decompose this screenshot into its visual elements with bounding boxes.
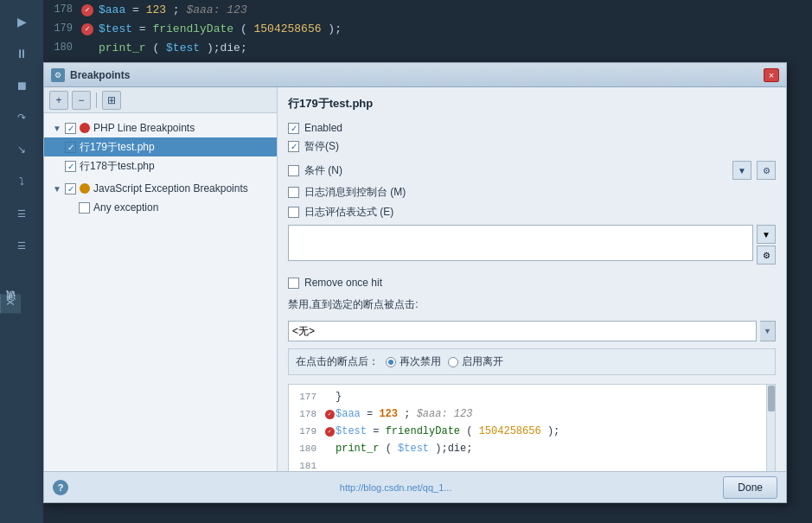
left-toolbar: + − ⊞ bbox=[44, 87, 277, 113]
remove-once-checkbox[interactable] bbox=[288, 277, 299, 289]
log-textarea-area: ▼ ⚙ bbox=[288, 225, 776, 265]
log-console-label: 日志消息到控制台 (M) bbox=[304, 185, 406, 200]
breakpoint-line-178[interactable]: ✓ 行178于test.php bbox=[44, 156, 277, 175]
preview-line-177: 177 } bbox=[292, 388, 771, 405]
radio-again-circle[interactable] bbox=[386, 357, 396, 367]
log-console-checkbox[interactable] bbox=[288, 187, 299, 198]
remove-breakpoint-button[interactable]: − bbox=[72, 91, 91, 110]
condition-row: 条件 (N) ▼ ⚙ bbox=[288, 161, 776, 180]
breakpoint-icon-178: ✓ bbox=[81, 4, 93, 16]
php-breakpoints-group: ▼ ✓ PHP Line Breakpoints ✓ 行179于test.php… bbox=[44, 117, 277, 177]
step-into-button[interactable]: ↘ bbox=[6, 137, 37, 163]
expand-icon: ▼ bbox=[51, 122, 63, 134]
preview-line-179: 179 ✓ $test = friendlyDate ( 1504258656 bbox=[292, 423, 771, 440]
log-eval-label: 日志评估表达式 (E) bbox=[304, 205, 393, 220]
preview-bp-179: ✓ bbox=[325, 427, 335, 437]
after-hit-label: 在点击的断点后： bbox=[296, 354, 379, 369]
disable-select-arrow: ▼ bbox=[760, 321, 776, 341]
remove-once-row: Remove once hit bbox=[288, 273, 776, 292]
bp-179-label: 行179于test.php bbox=[80, 140, 155, 155]
pause-button[interactable]: ⏸ bbox=[6, 41, 37, 67]
breakpoint-line-179[interactable]: ✓ 行179于test.php bbox=[44, 137, 277, 156]
disable-label: 禁用,直到选定的断点被点击: bbox=[288, 297, 776, 312]
footer-link: http://blog.csdn.net/qq_1... bbox=[340, 482, 452, 493]
log-config-btn[interactable]: ⚙ bbox=[757, 246, 776, 265]
js-bp-icon bbox=[80, 183, 90, 194]
log-textarea[interactable] bbox=[288, 225, 753, 261]
list-button-1[interactable]: ☰ bbox=[6, 201, 37, 226]
close-button[interactable]: × bbox=[764, 68, 779, 82]
preview-line-178: 178 ✓ $aaa = 123 ; $aaa: 123 bbox=[292, 405, 771, 423]
code-preview: 177 } 178 ✓ $aaa bbox=[288, 384, 776, 471]
bp-179-checkbox[interactable]: ✓ bbox=[65, 142, 76, 153]
any-exception-item[interactable]: Any exception bbox=[44, 198, 277, 217]
remove-once-label: Remove once hit bbox=[304, 277, 382, 289]
code-scrollbar[interactable] bbox=[766, 385, 775, 471]
disable-select[interactable]: <无> bbox=[288, 321, 757, 341]
step-out-button[interactable]: ⤵ bbox=[6, 169, 37, 195]
preview-line-180: 180 print_r ( $test );die; bbox=[292, 440, 771, 457]
after-hit-row: 在点击的断点后： 再次禁用 启用离开 bbox=[288, 348, 776, 375]
disable-select-row: <无> ▼ bbox=[288, 321, 776, 341]
suspend-checkbox[interactable]: ✓ bbox=[288, 141, 299, 152]
js-group-checkbox[interactable]: ✓ bbox=[65, 183, 76, 195]
editor-line-178: 178 ✓ $aaa = 123 ; $aaa: 123 bbox=[43, 0, 812, 19]
section-title: 行179于test.php bbox=[288, 96, 776, 112]
radio-enable-label: 启用离开 bbox=[462, 354, 503, 369]
step-over-button[interactable]: ↷ bbox=[6, 105, 37, 131]
php-group-checkbox[interactable]: ✓ bbox=[65, 123, 76, 134]
condition-label: 条件 (N) bbox=[304, 163, 342, 178]
help-button[interactable]: ? bbox=[53, 480, 68, 495]
any-exception-label: Any exception bbox=[93, 201, 158, 214]
condition-config-btn[interactable]: ⚙ bbox=[757, 161, 776, 180]
js-group-header[interactable]: ▼ ✓ JavaScript Exception Breakpoints bbox=[44, 179, 277, 198]
js-group-label: JavaScript Exception Breakpoints bbox=[93, 182, 248, 195]
suspend-label: 暂停(S) bbox=[304, 139, 339, 154]
php-group-label: PHP Line Breakpoints bbox=[93, 122, 195, 134]
editor-line-179: 179 ✓ $test = friendlyDate ( 1504258656 … bbox=[43, 19, 812, 38]
breakpoints-dialog: ⚙ Breakpoints × + − ⊞ ▼ ✓ PHP Line Brea bbox=[43, 62, 787, 503]
config-breakpoint-button[interactable]: ⊞ bbox=[102, 91, 121, 110]
breakpoint-icon-179: ✓ bbox=[81, 23, 93, 35]
preview-bp-178: ✓ bbox=[325, 410, 335, 419]
debug-tab[interactable]: 调试 X bbox=[0, 294, 21, 313]
bp-178-label: 行178于test.php bbox=[80, 159, 155, 174]
js-expand-icon: ▼ bbox=[51, 182, 63, 195]
ide-sidebar: ▶ ⏸ ⏹ ↷ ↘ ⤵ ☰ ☰ 调试 X bbox=[0, 0, 43, 523]
editor-line-180: 180 print_r ( $test );die; bbox=[43, 38, 812, 57]
enabled-row: ✓ Enabled bbox=[288, 122, 776, 134]
log-eval-row: 日志评估表达式 (E) bbox=[288, 205, 776, 220]
log-expand-btn[interactable]: ▼ bbox=[757, 225, 776, 244]
any-exception-checkbox[interactable] bbox=[79, 202, 90, 214]
list-button-2[interactable]: ☰ bbox=[6, 233, 37, 258]
condition-checkbox[interactable] bbox=[288, 165, 299, 176]
stop-button[interactable]: ⏹ bbox=[6, 73, 37, 99]
left-panel: + − ⊞ ▼ ✓ PHP Line Breakpoints ✓ 行17 bbox=[44, 87, 278, 471]
radio-again-label: 再次禁用 bbox=[400, 354, 441, 369]
right-panel: 行179于test.php ✓ Enabled ✓ 暂停(S) 条件 (N) ▼… bbox=[278, 87, 786, 471]
done-button[interactable]: Done bbox=[723, 476, 777, 499]
add-breakpoint-button[interactable]: + bbox=[49, 91, 68, 110]
radio-enable-circle[interactable] bbox=[448, 357, 458, 367]
suspend-row: ✓ 暂停(S) bbox=[288, 139, 776, 154]
bp-178-checkbox[interactable]: ✓ bbox=[65, 161, 76, 172]
dialog-titlebar: ⚙ Breakpoints × bbox=[44, 63, 786, 87]
log-eval-checkbox[interactable] bbox=[288, 207, 299, 218]
breakpoint-tree: ▼ ✓ PHP Line Breakpoints ✓ 行179于test.php… bbox=[44, 113, 277, 471]
radio-enable[interactable]: 启用离开 bbox=[448, 354, 503, 369]
dialog-title: Breakpoints bbox=[70, 69, 764, 81]
enabled-label: Enabled bbox=[304, 122, 342, 134]
log-console-row: 日志消息到控制台 (M) bbox=[288, 185, 776, 200]
dialog-icon: ⚙ bbox=[51, 68, 65, 82]
radio-again[interactable]: 再次禁用 bbox=[386, 354, 441, 369]
preview-line-181: 181 bbox=[292, 457, 771, 471]
scrollbar-thumb bbox=[768, 386, 775, 411]
dialog-body: + − ⊞ ▼ ✓ PHP Line Breakpoints ✓ 行17 bbox=[44, 87, 786, 471]
toolbar-divider bbox=[96, 92, 97, 108]
php-group-header[interactable]: ▼ ✓ PHP Line Breakpoints bbox=[44, 118, 277, 137]
js-breakpoints-group: ▼ ✓ JavaScript Exception Breakpoints Any… bbox=[44, 177, 277, 219]
run-button[interactable]: ▶ bbox=[6, 9, 37, 35]
condition-expand-btn[interactable]: ▼ bbox=[732, 161, 751, 180]
dialog-footer: ? http://blog.csdn.net/qq_1... Done bbox=[44, 471, 786, 502]
enabled-checkbox[interactable]: ✓ bbox=[288, 123, 299, 134]
